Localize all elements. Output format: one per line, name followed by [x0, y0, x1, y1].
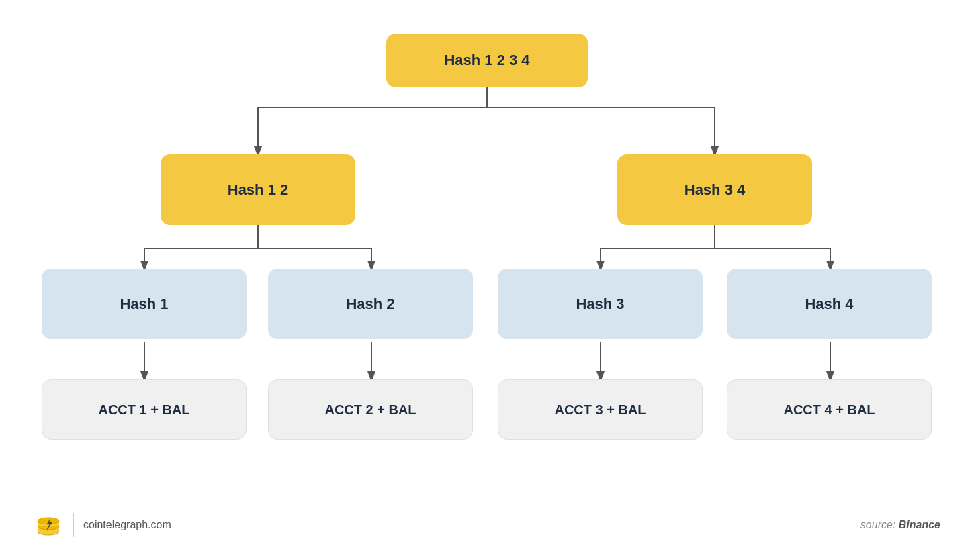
acct-1-node: ACCT 1 + BAL — [42, 379, 247, 440]
root-node: Hash 1 2 3 4 — [386, 34, 588, 87]
footer: cointelegraph.com source: Binance — [0, 510, 974, 540]
footer-url: cointelegraph.com — [83, 519, 171, 531]
footer-divider — [73, 513, 74, 537]
hash-1-node: Hash 1 — [42, 269, 247, 339]
diagram-container: Hash 1 2 3 4 Hash 1 2 Hash 3 4 Hash 1 Ha… — [0, 0, 974, 560]
footer-source-brand: Binance — [899, 519, 940, 530]
hash-2-node: Hash 2 — [268, 269, 473, 339]
acct-2-node: ACCT 2 + BAL — [268, 379, 473, 440]
hash-4-node: Hash 4 — [727, 269, 932, 339]
hash-3-node: Hash 3 — [498, 269, 703, 339]
hash-34-node: Hash 3 4 — [617, 154, 812, 225]
acct-4-node: ACCT 4 + BAL — [727, 379, 932, 440]
acct-3-node: ACCT 3 + BAL — [498, 379, 703, 440]
cointelegraph-logo — [34, 510, 63, 540]
footer-source: source: Binance — [860, 519, 940, 531]
footer-source-prefix: source: — [860, 519, 899, 530]
hash-12-node: Hash 1 2 — [161, 154, 355, 225]
footer-left: cointelegraph.com — [34, 510, 171, 540]
